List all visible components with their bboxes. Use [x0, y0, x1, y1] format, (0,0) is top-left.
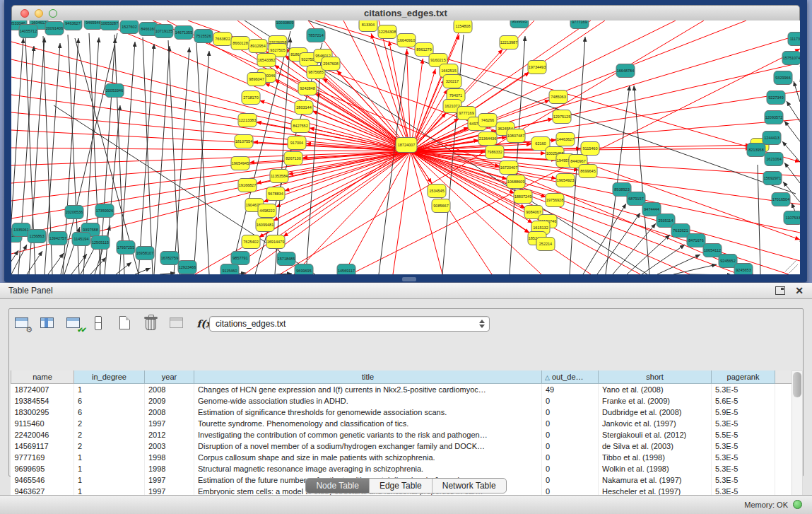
table-cell[interactable]: 9699695: [11, 463, 74, 474]
table-selector-value: citations_edges.txt: [216, 319, 286, 329]
table-cell[interactable]: 9777169: [11, 452, 74, 463]
column-header-short[interactable]: short: [599, 370, 712, 384]
table-cell[interactable]: 2012: [145, 429, 194, 440]
table-checks-icon[interactable]: ✔✔: [65, 313, 83, 334]
graph-node-label: 18107554: [235, 139, 252, 144]
tab-node-table[interactable]: Node Table: [306, 479, 370, 493]
table-cell[interactable]: 2008: [145, 384, 194, 396]
graph-node-label: 813304: [362, 23, 375, 27]
table-cell[interactable]: 1998: [145, 463, 194, 474]
table-cell[interactable]: 5.6E-5: [712, 395, 775, 407]
float-panel-icon[interactable]: [775, 286, 785, 295]
table-row[interactable]: 1456911722003Disruption of a novel membe…: [11, 440, 792, 452]
table-cell[interactable]: 2: [74, 429, 145, 440]
table-row[interactable]: 2242004622012Investigating the contribut…: [11, 429, 792, 440]
graph-node-label: 16099481: [257, 223, 273, 227]
table-cell[interactable]: Franke et al. (2009): [599, 395, 712, 407]
table-settings-icon[interactable]: ⚙: [13, 313, 32, 334]
table-row[interactable]: 1830029562008Estimation of significance …: [11, 407, 792, 418]
table-cell[interactable]: 5.3E-5: [712, 418, 775, 429]
table-cell[interactable]: 5.3E-5: [712, 384, 775, 396]
table-cell[interactable]: 9115460: [11, 418, 74, 429]
table-column-icon[interactable]: [39, 313, 57, 334]
table-cell[interactable]: 18724007: [11, 384, 74, 396]
network-window-titlebar[interactable]: citations_edges.txt: [11, 5, 800, 21]
table-cell[interactable]: 2: [74, 440, 145, 452]
table-cell[interactable]: 0: [542, 429, 599, 440]
graph-node-label: 9397588: [83, 228, 98, 232]
delete-icon[interactable]: [142, 313, 160, 334]
table-cell[interactable]: 1: [74, 463, 145, 474]
network-canvas[interactable]: 2718170122133831810755419654945191668271…: [11, 21, 800, 274]
table-cell[interactable]: 2: [74, 418, 145, 429]
table-cell[interactable]: 6: [74, 407, 145, 418]
table-cell[interactable]: 1997: [145, 418, 194, 429]
scrollbar-thumb[interactable]: [793, 372, 801, 397]
table-cell[interactable]: Dudbridge et al. (2008): [599, 407, 712, 418]
table-cell[interactable]: 1: [74, 384, 145, 396]
table-cell[interactable]: Changes of HCN gene expression and I(f) …: [194, 384, 542, 396]
table-cell[interactable]: 0: [542, 407, 599, 418]
table-cell[interactable]: Disruption of a novel member of a sodium…: [194, 440, 542, 452]
new-file-icon[interactable]: [117, 313, 135, 334]
close-panel-icon[interactable]: ✕: [795, 284, 804, 297]
table-cell[interactable]: 19384554: [11, 395, 74, 407]
column-header-title[interactable]: title: [194, 370, 542, 384]
table-cell[interactable]: 0: [542, 418, 599, 429]
table-row[interactable]: 977716911998Corpus callosum shape and si…: [11, 452, 792, 463]
citation-network-graph[interactable]: 2718170122133831810755419654945191668271…: [11, 21, 800, 274]
table-cell[interactable]: 2003: [145, 440, 194, 452]
table-cell[interactable]: 0: [542, 440, 599, 452]
table-row[interactable]: 1938455462009Genome-wide association stu…: [11, 395, 792, 407]
table-cell[interactable]: Genome-wide association studies in ADHD.: [194, 395, 542, 407]
column-chooser-icon[interactable]: [90, 313, 109, 334]
table-cell[interactable]: 5.3E-5: [712, 440, 775, 452]
table-cell[interactable]: 0: [542, 463, 599, 474]
memory-status-indicator[interactable]: [793, 500, 802, 509]
table-cell[interactable]: 22420046: [11, 429, 74, 440]
table-cell[interactable]: 1: [74, 452, 145, 463]
column-header-out_de[interactable]: △out_de…: [542, 370, 599, 384]
table-cell[interactable]: Stergiakouli et al. (2012): [599, 429, 712, 440]
table-cell[interactable]: Estimation of significance thresholds fo…: [194, 407, 542, 418]
table-cell[interactable]: Structural magnetic resonance image aver…: [194, 463, 542, 474]
table-row[interactable]: 969969511998Structural magnetic resonanc…: [11, 463, 792, 474]
table-cell[interactable]: 1998: [145, 452, 194, 463]
table-cell[interactable]: Wolkin et al. (1998): [599, 463, 712, 474]
table-cell[interactable]: 2009: [145, 395, 194, 407]
graph-node-label: 15751074: [783, 56, 800, 60]
table-row[interactable]: 911546021997Tourette syndrome. Phenomeno…: [11, 418, 792, 429]
table-row[interactable]: 1872400712008Changes of HCN gene express…: [11, 384, 792, 396]
table-cell[interactable]: Tibbo et al. (1998): [599, 452, 712, 463]
table-cell[interactable]: 6: [74, 395, 145, 407]
table-cell[interactable]: Yano et al. (2008): [599, 384, 712, 396]
tab-edge-table[interactable]: Edge Table: [370, 479, 433, 493]
table-cell[interactable]: 5.3E-5: [712, 452, 775, 463]
table-cell[interactable]: 49: [542, 384, 599, 396]
table-cell[interactable]: Investigating the contribution of common…: [194, 429, 542, 440]
table-cell[interactable]: Corpus callosum shape and size in male p…: [194, 452, 542, 463]
column-header-pagerank[interactable]: pagerank: [712, 370, 775, 384]
table-cell[interactable]: 2008: [145, 407, 194, 418]
table-selector-dropdown[interactable]: citations_edges.txt: [209, 316, 490, 332]
column-header-year[interactable]: year: [145, 370, 194, 384]
delete-table-icon: [168, 313, 187, 334]
table-cell[interactable]: 0: [542, 395, 599, 407]
table-cell[interactable]: Tourette syndrome. Phenomenology and cla…: [194, 418, 542, 429]
table-cell[interactable]: 5.3E-5: [712, 463, 775, 474]
table-cell[interactable]: de Silva et al. (2003): [599, 440, 712, 452]
table-cell[interactable]: 18300295: [11, 407, 74, 418]
table-cell[interactable]: 0: [542, 452, 599, 463]
column-header-in_degree[interactable]: in_degree: [74, 370, 145, 384]
table-cell[interactable]: 14569117: [11, 440, 74, 452]
graph-node-label: 1117345: [790, 37, 800, 41]
table-header-row: namein_degreeyeartitle△out_de…shortpager…: [11, 370, 792, 384]
graph-node-label: 13942757: [49, 236, 66, 240]
table-cell[interactable]: Jankovic et al. (1997): [599, 418, 712, 429]
column-header-name[interactable]: name: [11, 370, 74, 384]
table-cell[interactable]: 5.5E-5: [712, 429, 775, 440]
tab-network-table[interactable]: Network Table: [433, 479, 506, 493]
graph-node-label: 10654112: [704, 248, 721, 252]
table-cell[interactable]: 5.9E-5: [712, 407, 775, 418]
split-pane-divider[interactable]: [402, 277, 416, 281]
